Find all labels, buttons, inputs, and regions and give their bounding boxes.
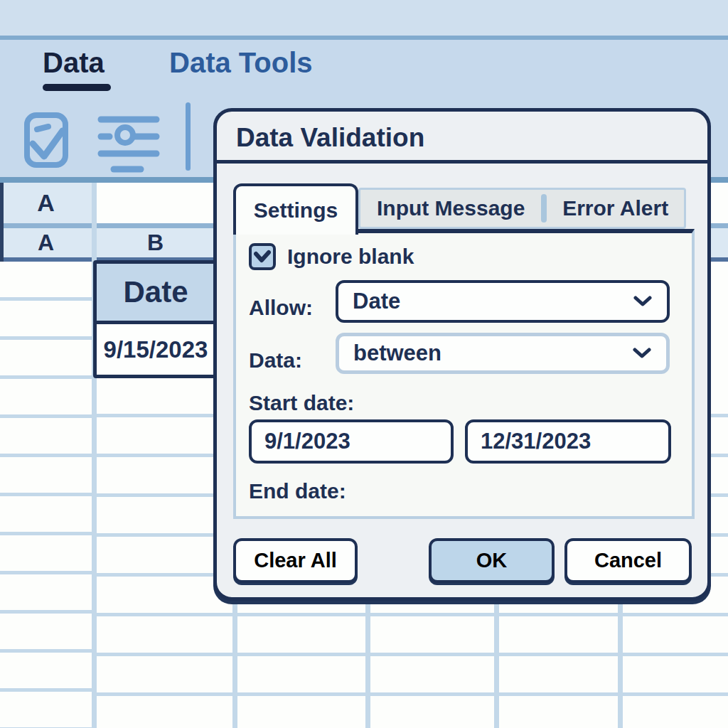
start-date-input[interactable] — [249, 419, 454, 464]
dialog-titlebar[interactable]: Data Validation — [217, 112, 707, 164]
allow-label: Allow: — [249, 296, 313, 320]
sliders-icon[interactable] — [95, 112, 164, 178]
ignore-blank-label: Ignore blank — [287, 245, 414, 269]
column-header-a[interactable]: A — [0, 183, 92, 223]
checkmark-icon — [254, 250, 271, 264]
dialog-tab-error-alert[interactable]: Error Alert — [547, 196, 684, 220]
start-date-label: Start date: — [249, 391, 354, 415]
column-header-b[interactable]: B — [93, 228, 218, 257]
ignore-blank-row: Ignore blank — [249, 243, 414, 270]
sheet-left-edge — [0, 183, 4, 262]
ok-button[interactable]: OK — [429, 538, 555, 583]
chevron-down-icon — [632, 348, 652, 359]
validation-clipboard-icon[interactable] — [21, 104, 73, 179]
dialog-title: Data Validation — [236, 112, 424, 164]
ribbon-tab-data-tools[interactable]: Data Tools — [169, 47, 313, 79]
data-validation-dialog: Data Validation Settings Input Message E… — [213, 108, 711, 601]
data-value: between — [339, 341, 632, 366]
window-top-strip — [0, 0, 728, 36]
settings-panel: Ignore blank Allow: Date Data: between S… — [233, 229, 695, 519]
data-dropdown[interactable]: between — [336, 333, 670, 374]
ribbon-group-divider — [186, 102, 191, 171]
cancel-button[interactable]: Cancel — [564, 538, 692, 583]
dialog-tab-input-message[interactable]: Input Message — [360, 196, 541, 220]
clear-all-button[interactable]: Clear All — [233, 538, 358, 583]
end-date-input[interactable] — [465, 419, 671, 464]
chevron-down-icon — [633, 296, 653, 307]
active-tab-underline — [43, 84, 111, 91]
end-date-label: End date: — [249, 479, 346, 503]
allow-dropdown[interactable]: Date — [336, 280, 670, 323]
allow-value: Date — [338, 289, 633, 314]
data-label: Data: — [249, 348, 302, 373]
column-header-a2[interactable]: A — [0, 228, 92, 257]
dialog-tab-settings[interactable]: Settings — [233, 183, 358, 235]
cell-date-header[interactable]: Date — [93, 260, 218, 324]
ignore-blank-checkbox[interactable] — [249, 243, 276, 270]
ribbon-tab-data[interactable]: Data — [43, 47, 105, 79]
dialog-tab-strip: Input Message Error Alert — [358, 188, 686, 229]
cell-date-value[interactable]: 9/15/2023 — [93, 321, 218, 378]
gridlines-rows-left — [0, 262, 92, 728]
tab-separator — [541, 194, 547, 223]
